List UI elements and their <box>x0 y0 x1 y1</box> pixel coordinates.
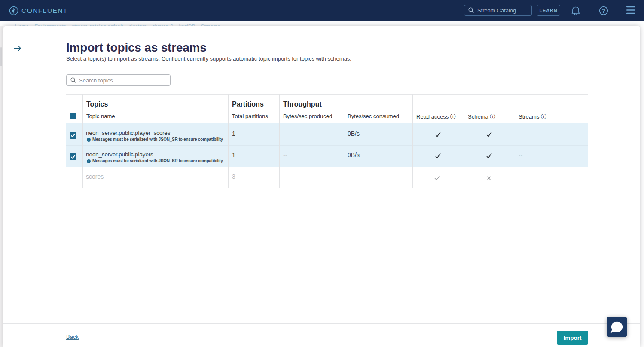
svg-text:?: ? <box>602 8 605 14</box>
